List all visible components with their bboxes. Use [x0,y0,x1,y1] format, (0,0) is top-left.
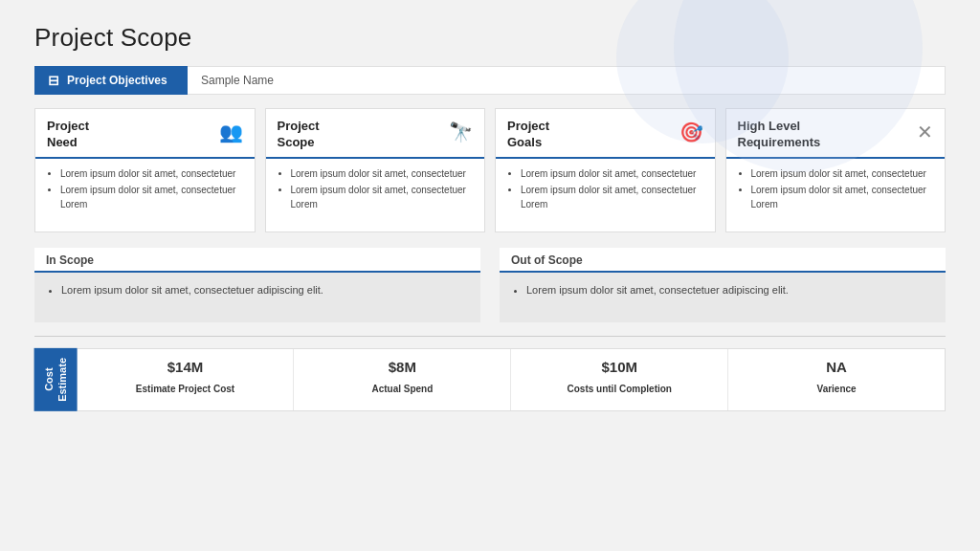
cost-item-3: NA Varience [728,349,945,410]
cost-item-2: $10M Costs until Completion [511,349,728,410]
card-item: Lorem ipsum dolor sit amet, consectetuer [751,166,934,181]
card-icon: 🔭 [449,121,473,143]
out-of-scope-box: Out of Scope Lorem ipsum dolor sit amet,… [500,248,946,322]
card-header: ProjectNeed 👥 [35,109,255,159]
cost-row: CostEstimate $14M Estimate Project Cost … [34,348,946,411]
cost-value: NA [736,359,937,375]
in-scope-label: In Scope [34,248,480,273]
out-of-scope-content: Lorem ipsum dolor sit amet, consectetuer… [500,273,946,322]
cost-item-1: $8M Actual Spend [294,349,511,410]
card-body: Lorem ipsum dolor sit amet, consectetuer… [726,159,946,221]
card-item: Lorem ipsum dolor sit amet, consectetuer… [751,183,934,211]
objectives-tab[interactable]: ⊟ Project Objectives [34,66,188,95]
card-icon: 🎯 [679,121,703,143]
card-body: Lorem ipsum dolor sit amet, consectetuer… [35,159,255,221]
card-item: Lorem ipsum dolor sit amet, consectetuer… [521,183,703,211]
in-scope-box: In Scope Lorem ipsum dolor sit amet, con… [34,248,480,322]
cost-description: Varience [817,384,857,394]
objectives-tab-label: Project Objectives [67,74,167,87]
card-item: Lorem ipsum dolor sit amet, consectetuer [521,166,703,181]
cost-items: $14M Estimate Project Cost $8M Actual Sp… [78,348,946,411]
divider [34,336,946,337]
card-item: Lorem ipsum dolor sit amet, consectetuer… [60,183,243,211]
cost-value: $14M [85,359,286,375]
card-2: ProjectGoals 🎯 Lorem ipsum dolor sit ame… [495,108,716,232]
card-header: High LevelRequirements ✕ [726,109,946,159]
card-title: ProjectScope [278,119,320,151]
objectives-bar: ⊟ Project Objectives Sample Name [34,66,946,95]
card-header: ProjectGoals 🎯 [496,109,715,159]
cost-description: Actual Spend [371,384,433,394]
card-item: Lorem ipsum dolor sit amet, consectetuer [291,166,474,181]
cards-row: ProjectNeed 👥 Lorem ipsum dolor sit amet… [34,108,946,232]
card-header: ProjectScope 🔭 [266,109,485,159]
cost-item-0: $14M Estimate Project Cost [78,349,295,410]
cost-value: $10M [519,359,720,375]
card-title: ProjectNeed [47,119,89,151]
card-body: Lorem ipsum dolor sit amet, consectetuer… [266,159,485,221]
page: Project Scope ⊟ Project Objectives Sampl… [0,0,980,551]
cost-description: Estimate Project Cost [136,384,234,394]
card-body: Lorem ipsum dolor sit amet, consectetuer… [496,159,715,221]
cost-description: Costs until Completion [568,384,672,394]
card-1: ProjectScope 🔭 Lorem ipsum dolor sit ame… [265,108,486,232]
monitor-icon: ⊟ [48,73,59,88]
scope-row: In Scope Lorem ipsum dolor sit amet, con… [34,248,946,322]
card-title: ProjectGoals [507,119,549,151]
card-0: ProjectNeed 👥 Lorem ipsum dolor sit amet… [34,108,256,232]
out-of-scope-item: Lorem ipsum dolor sit amet, consectetuer… [526,282,932,298]
cost-value: $8M [301,359,502,375]
card-item: Lorem ipsum dolor sit amet, consectetuer… [291,183,474,211]
card-title: High LevelRequirements [738,119,821,151]
in-scope-item: Lorem ipsum dolor sit amet, consectetuer… [61,282,467,298]
cost-label: CostEstimate [34,348,78,411]
out-of-scope-label: Out of Scope [500,248,946,273]
card-icon: 👥 [219,121,243,143]
card-icon: ✕ [917,121,933,143]
card-3: High LevelRequirements ✕ Lorem ipsum dol… [725,108,947,232]
sample-name: Sample Name [188,66,946,95]
page-title: Project Scope [34,23,946,53]
card-item: Lorem ipsum dolor sit amet, consectetuer [60,166,243,181]
in-scope-content: Lorem ipsum dolor sit amet, consectetuer… [34,273,480,322]
